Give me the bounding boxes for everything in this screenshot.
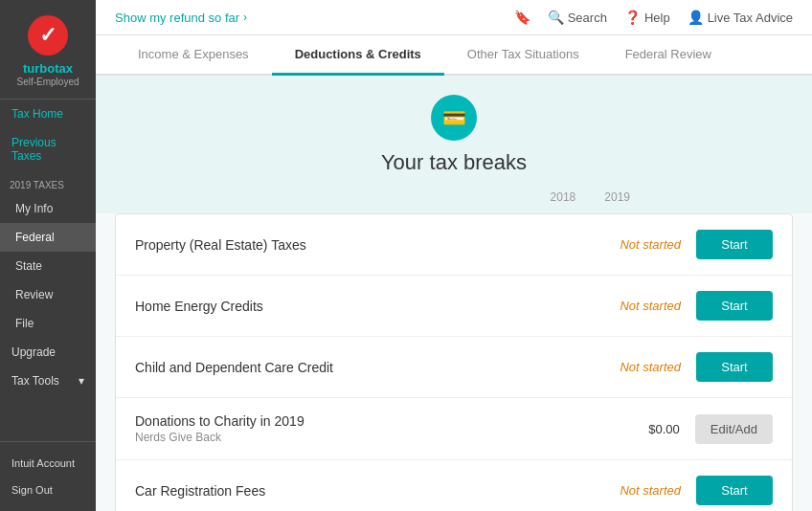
refund-label: Show my refund so far (115, 11, 239, 25)
sidebar-item-my-info[interactable]: My Info (0, 194, 96, 223)
sidebar-bottom: Intuit Account Sign Out (0, 441, 96, 511)
chevron-down-icon: ▾ (79, 374, 84, 388)
child-dependent-start-button[interactable]: Start (696, 352, 773, 382)
sidebar-item-review[interactable]: Review (0, 280, 96, 309)
property-taxes-start-button[interactable]: Start (696, 230, 773, 259)
check-icon: ✓ (39, 25, 56, 46)
tax-item-home-energy-name: Home Energy Credits (135, 299, 585, 314)
bookmark-icon: 🔖 (514, 10, 530, 25)
tax-item-car-registration-name: Car Registration Fees (135, 483, 585, 499)
page-title: Your tax breaks (381, 150, 527, 175)
deductions-icon: 💳 (442, 106, 466, 129)
tab-other-tax-situations[interactable]: Other Tax Situations (444, 35, 602, 76)
tax-item-donations: Donations to Charity in 2019 Nerds Give … (116, 398, 792, 460)
tax-item-donations-name: Donations to Charity in 2019 (135, 413, 622, 429)
tax-item-property-taxes: Property (Real Estate) Taxes Not started… (116, 214, 792, 276)
tax-item-property-taxes-name: Property (Real Estate) Taxes (135, 237, 585, 253)
help-nav-item[interactable]: ❓ Help (624, 10, 670, 25)
tax-year-label: 2019 TAXES (0, 170, 96, 194)
tax-item-home-energy-info: Home Energy Credits (135, 299, 585, 314)
top-nav: Show my refund so far › 🔖 🔍 Search ❓ Hel… (96, 0, 812, 35)
tax-item-donations-info: Donations to Charity in 2019 Nerds Give … (135, 413, 622, 444)
home-energy-start-button[interactable]: Start (696, 291, 773, 321)
help-icon: ❓ (624, 10, 641, 25)
content-area: 💳 Your tax breaks 2018 2019 Property (Re… (96, 76, 812, 511)
tab-federal-review[interactable]: Federal Review (602, 35, 734, 76)
bookmark-nav-item[interactable]: 🔖 (514, 10, 530, 25)
year-2018: 2018 (551, 190, 576, 204)
tax-tools-label: Tax Tools (11, 374, 59, 388)
tax-items-list: Property (Real Estate) Taxes Not started… (115, 213, 793, 511)
sidebar-item-federal[interactable]: Federal (0, 223, 96, 252)
tax-item-car-registration-status: Not started (585, 483, 681, 498)
year-2019: 2019 (604, 190, 630, 204)
tax-item-car-registration-info: Car Registration Fees (135, 483, 585, 499)
sidebar-item-file[interactable]: File (0, 309, 96, 338)
tax-item-property-taxes-status: Not started (585, 237, 681, 252)
sidebar-item-upgrade[interactable]: Upgrade (0, 338, 96, 367)
tax-item-child-dependent-info: Child and Dependent Care Credit (135, 360, 585, 375)
person-icon: 👤 (688, 10, 704, 25)
tab-deductions-credits[interactable]: Deductions & Credits (272, 35, 444, 76)
tax-item-property-taxes-info: Property (Real Estate) Taxes (135, 237, 585, 253)
sidebar: ✓ turbotax Self-Employed Tax Home Previo… (0, 0, 96, 511)
donations-edit-button[interactable]: Edit/Add (695, 414, 773, 444)
search-icon: 🔍 (548, 10, 564, 25)
arrow-right-icon: › (243, 11, 247, 24)
refund-link[interactable]: Show my refund so far › (115, 11, 247, 25)
tax-item-child-dependent-status: Not started (585, 360, 681, 374)
tax-item-home-energy: Home Energy Credits Not started Start (116, 276, 792, 337)
tax-item-home-energy-status: Not started (585, 299, 681, 313)
tax-item-car-registration: Car Registration Fees Not started Start (116, 460, 792, 511)
tax-item-donations-sub: Nerds Give Back (135, 431, 622, 444)
search-label: Search (568, 11, 607, 25)
tab-nav: Income & Expenses Deductions & Credits O… (96, 35, 812, 76)
help-label: Help (644, 11, 670, 25)
main-content: Show my refund so far › 🔖 🔍 Search ❓ Hel… (96, 0, 812, 511)
tax-item-donations-value: $0.00 (622, 422, 680, 436)
header-card: 💳 Your tax breaks 2018 2019 (96, 76, 812, 213)
live-advice-label: Live Tax Advice (708, 11, 793, 25)
turbotax-logo-sub: Self-Employed (16, 77, 79, 87)
sidebar-logo: ✓ turbotax Self-Employed (0, 0, 96, 100)
header-icon: 💳 (431, 95, 477, 141)
turbotax-logo-circle: ✓ (28, 15, 68, 56)
search-nav-item[interactable]: 🔍 Search (548, 10, 607, 25)
sidebar-item-tax-tools[interactable]: Tax Tools ▾ (0, 367, 96, 395)
sidebar-item-previous-taxes[interactable]: Previous Taxes (0, 128, 96, 170)
sidebar-item-intuit-account[interactable]: Intuit Account (0, 450, 96, 477)
sidebar-item-state[interactable]: State (0, 252, 96, 280)
live-advice-nav-item[interactable]: 👤 Live Tax Advice (688, 10, 793, 25)
tab-income-expenses[interactable]: Income & Expenses (115, 35, 272, 76)
car-registration-start-button[interactable]: Start (696, 476, 773, 505)
tax-item-child-dependent: Child and Dependent Care Credit Not star… (116, 337, 792, 398)
turbotax-logo-text: turbotax (23, 61, 73, 77)
year-row: 2018 2019 (96, 183, 764, 204)
sidebar-item-sign-out[interactable]: Sign Out (0, 477, 96, 503)
tax-item-child-dependent-name: Child and Dependent Care Credit (135, 360, 585, 375)
top-nav-right: 🔖 🔍 Search ❓ Help 👤 Live Tax Advice (514, 10, 793, 25)
sidebar-item-tax-home[interactable]: Tax Home (0, 100, 96, 128)
